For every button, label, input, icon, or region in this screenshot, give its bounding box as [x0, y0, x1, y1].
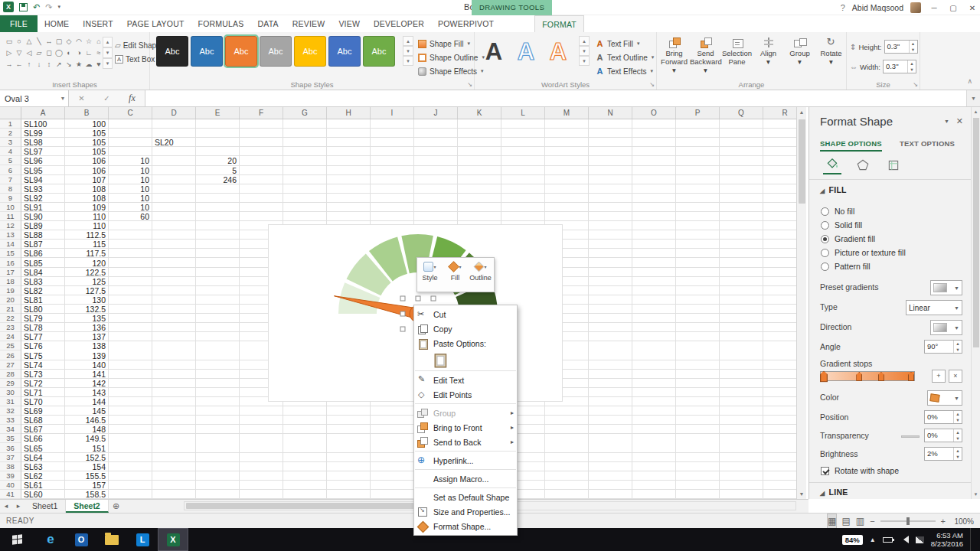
- cell-A10[interactable]: SL91: [21, 203, 65, 212]
- battery-percentage[interactable]: 84%: [842, 535, 863, 545]
- shape-style-2[interactable]: Abc: [191, 36, 223, 67]
- shape-style-1[interactable]: Abc: [156, 36, 188, 67]
- cell-B22[interactable]: 135: [65, 314, 109, 323]
- ribbon-tab-formulas[interactable]: FORMULAS: [191, 15, 251, 32]
- cell-B3[interactable]: 105: [65, 138, 109, 147]
- text-effects-button[interactable]: A Text Effects ▾: [596, 64, 654, 78]
- cell-A12[interactable]: SL89: [21, 221, 65, 230]
- align-button[interactable]: Align▾: [753, 34, 784, 74]
- gradient-stop-2[interactable]: [856, 372, 862, 381]
- cell-B19[interactable]: 127.5: [65, 286, 109, 295]
- column-header-k[interactable]: K: [458, 107, 501, 119]
- row-header-34[interactable]: 34: [0, 425, 21, 434]
- menu-item-edit-text[interactable]: Edit Text: [414, 373, 517, 387]
- clock[interactable]: 6:53 AM 8/23/2016: [931, 531, 963, 548]
- row-header-17[interactable]: 17: [0, 268, 21, 277]
- speaker-icon[interactable]: [900, 536, 909, 543]
- cell-B29[interactable]: 142: [65, 379, 109, 388]
- cell-A1[interactable]: SL100: [21, 119, 65, 129]
- spin-down-icon[interactable]: ▼: [908, 67, 916, 73]
- row-header-36[interactable]: 36: [0, 444, 21, 453]
- maximize-button[interactable]: ▢: [947, 4, 959, 12]
- spin-up-icon[interactable]: ▲: [954, 341, 962, 347]
- ribbon-tab-home[interactable]: HOME: [38, 15, 76, 32]
- scroll-down-icon[interactable]: ▼: [972, 490, 980, 499]
- page-layout-view-button[interactable]: ▤: [841, 514, 850, 528]
- shape-icon[interactable]: →: [5, 60, 14, 70]
- shape-icon[interactable]: ▢: [54, 37, 64, 47]
- zoom-slider[interactable]: [880, 520, 936, 522]
- shape-icon[interactable]: ╲: [34, 37, 44, 47]
- cell-B14[interactable]: 115: [65, 240, 109, 249]
- cell-B35[interactable]: 149.5: [65, 434, 109, 443]
- spin-down-icon[interactable]: ▼: [954, 347, 962, 353]
- preset-gradients-dropdown[interactable]: ▼: [930, 280, 962, 295]
- spin-up-icon[interactable]: ▲: [954, 448, 962, 454]
- column-header-g[interactable]: G: [283, 107, 327, 119]
- row-header-16[interactable]: 16: [0, 259, 21, 268]
- column-header-o[interactable]: O: [632, 107, 676, 119]
- cell-A34[interactable]: SL67: [21, 425, 65, 434]
- row-header-3[interactable]: 3: [0, 138, 21, 147]
- shape-icon[interactable]: ◇: [64, 37, 74, 47]
- column-header-e[interactable]: E: [196, 107, 240, 119]
- fill-section-header[interactable]: ◢FILL: [820, 185, 847, 194]
- ribbon-tab-file[interactable]: FILE: [0, 15, 38, 32]
- shape-icon[interactable]: ▷: [5, 48, 14, 58]
- cell-A17[interactable]: SL84: [21, 268, 65, 277]
- row-header-14[interactable]: 14: [0, 240, 21, 249]
- cell-B15[interactable]: 117.5: [65, 249, 109, 258]
- row-header-6[interactable]: 6: [0, 166, 21, 175]
- row-header-23[interactable]: 23: [0, 323, 21, 332]
- row-header-12[interactable]: 12: [0, 221, 21, 230]
- remove-gradient-stop-button[interactable]: ×: [949, 370, 962, 383]
- shape-icon[interactable]: ★: [74, 60, 83, 70]
- cell-A2[interactable]: SL99: [21, 129, 65, 138]
- wordart-style-1[interactable]: A: [481, 35, 507, 69]
- fill-option-no-fill[interactable]: No fill: [809, 205, 971, 220]
- cell-A6[interactable]: SL95: [21, 166, 65, 175]
- gallery-more-icon[interactable]: ▾: [403, 56, 413, 66]
- transparency-slider[interactable]: [901, 435, 920, 438]
- ribbon-tab-view[interactable]: VIEW: [332, 15, 367, 32]
- ribbon-tab-review[interactable]: REVIEW: [286, 15, 332, 32]
- group-button[interactable]: Group▾: [784, 34, 815, 74]
- fill-option-pattern-fill[interactable]: Pattern fill: [809, 260, 971, 276]
- cell-A30[interactable]: SL71: [21, 388, 65, 397]
- shape-height-spinner[interactable]: 0.3" ▲▼: [884, 40, 918, 54]
- ribbon-tab-powerpivot[interactable]: POWERPIVOT: [431, 15, 501, 32]
- cell-A16[interactable]: SL85: [21, 259, 65, 268]
- cell-A15[interactable]: SL86: [21, 249, 65, 258]
- menu-item-set-as-default-shape[interactable]: Set as Default Shape: [414, 490, 517, 504]
- text-outline-button[interactable]: A Text Outline ▾: [596, 51, 654, 64]
- cell-B8[interactable]: 108: [65, 184, 109, 194]
- cell-B11[interactable]: 110: [65, 212, 109, 221]
- enter-icon[interactable]: ✓: [103, 94, 109, 103]
- row-header-20[interactable]: 20: [0, 295, 21, 305]
- shape-icon[interactable]: ▭: [5, 37, 14, 47]
- chevron-down-icon[interactable]: ▼: [57, 96, 68, 101]
- cell-A7[interactable]: SL94: [21, 175, 65, 184]
- menu-item-bring-to-front[interactable]: Bring to Front▸: [414, 420, 517, 435]
- cell-A32[interactable]: SL69: [21, 406, 65, 416]
- cell-D3[interactable]: SL20: [152, 138, 196, 147]
- cell-A27[interactable]: SL74: [21, 360, 65, 370]
- shape-icon[interactable]: ◐: [64, 48, 74, 58]
- avatar[interactable]: [910, 2, 921, 13]
- ribbon-tab-insert[interactable]: INSERT: [76, 15, 120, 32]
- effects-icon[interactable]: [854, 156, 872, 174]
- cell-A23[interactable]: SL78: [21, 323, 65, 332]
- menu-item-send-to-back[interactable]: Send to Back▸: [414, 435, 517, 449]
- row-header-19[interactable]: 19: [0, 286, 21, 295]
- gallery-up-icon[interactable]: ▴: [403, 36, 413, 46]
- cell-C8[interactable]: 10: [109, 184, 152, 194]
- shape-icon[interactable]: ↘: [64, 60, 74, 70]
- shape-icon[interactable]: △: [24, 37, 34, 47]
- scroll-up-icon[interactable]: ▲: [797, 107, 806, 117]
- cell-E7[interactable]: 246: [196, 175, 240, 184]
- cell-B4[interactable]: 105: [65, 147, 109, 156]
- column-header-b[interactable]: B: [65, 107, 109, 119]
- row-header-2[interactable]: 2: [0, 129, 21, 138]
- menu-item-size-and-properties[interactable]: Size and Properties...: [414, 504, 517, 519]
- cell-A18[interactable]: SL83: [21, 277, 65, 286]
